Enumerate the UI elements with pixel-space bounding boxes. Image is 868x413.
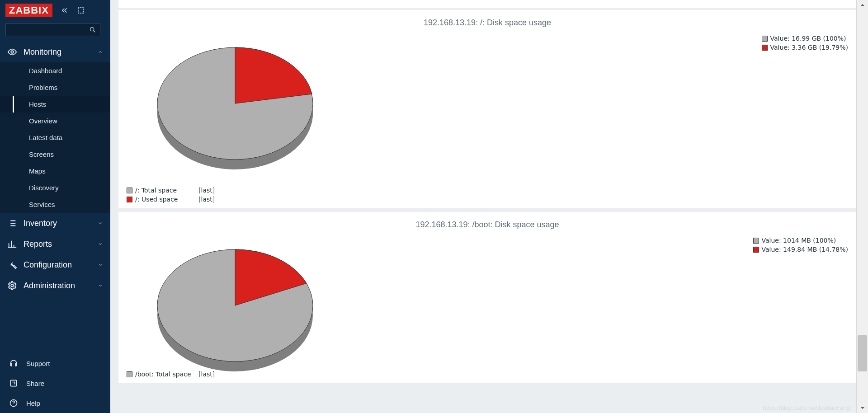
nav-section-administration[interactable]: Administration bbox=[0, 275, 110, 296]
graph-panel: 192.168.13.19: /boot: Disk space usage V… bbox=[118, 212, 856, 383]
legend-swatch bbox=[753, 238, 759, 244]
vertical-scrollbar[interactable] bbox=[856, 0, 868, 413]
legend-item-agg: [last] bbox=[198, 186, 215, 195]
nav-item-problems[interactable]: Problems bbox=[0, 79, 110, 96]
search-icon[interactable] bbox=[89, 26, 96, 33]
bar-chart-icon bbox=[7, 239, 17, 249]
sidebar-footer: Support Share Help bbox=[0, 350, 110, 413]
question-icon bbox=[9, 399, 18, 408]
legend-item-name: /: Used space bbox=[135, 195, 198, 204]
gear-icon bbox=[7, 281, 17, 291]
legend-swatch bbox=[127, 197, 132, 202]
legend-value-text: Value: 1014 MB (100%) bbox=[762, 236, 836, 245]
eye-icon bbox=[7, 47, 17, 57]
search-input[interactable] bbox=[9, 27, 89, 33]
legend-swatch bbox=[127, 188, 132, 193]
nav-section-label: Configuration bbox=[24, 260, 72, 270]
legend-item-agg: [last] bbox=[198, 195, 215, 204]
fullscreen-icon[interactable] bbox=[77, 6, 85, 14]
nav-item-screens[interactable]: Screens bbox=[0, 146, 110, 163]
chevron-down-icon bbox=[98, 262, 103, 268]
brand-logo[interactable]: ZABBIX bbox=[5, 4, 52, 17]
scroll-track[interactable] bbox=[857, 10, 868, 403]
sidebar-header: ZABBIX bbox=[0, 0, 110, 21]
footer-share[interactable]: Share bbox=[0, 373, 110, 393]
graph-panel: 192.168.13.19: /: Disk space usage Value… bbox=[118, 10, 856, 208]
wrench-icon bbox=[7, 260, 17, 270]
chevron-down-icon bbox=[98, 283, 103, 288]
graph-panels: 192.168.13.19: /: Disk space usage Value… bbox=[110, 10, 856, 383]
nav-section-configuration[interactable]: Configuration bbox=[0, 254, 110, 275]
value-legend: Value: 1014 MB (100%) Value: 149.84 MB (… bbox=[753, 236, 849, 254]
collapse-icon[interactable] bbox=[61, 6, 69, 14]
toolbar-strip bbox=[118, 0, 856, 8]
legend-value-text: Value: 149.84 MB (14.78%) bbox=[762, 245, 849, 254]
scroll-down-arrow[interactable] bbox=[857, 403, 868, 413]
graph-title: 192.168.13.19: /: Disk space usage bbox=[127, 15, 848, 32]
nav-item-discovery[interactable]: Discovery bbox=[0, 179, 110, 196]
nav-section-label: Reports bbox=[24, 239, 52, 249]
nav-sub-monitoring: Dashboard Problems Hosts Overview Latest… bbox=[0, 62, 110, 213]
nav-item-dashboard[interactable]: Dashboard bbox=[0, 62, 110, 79]
legend-swatch bbox=[127, 371, 132, 377]
legend-swatch bbox=[762, 45, 768, 51]
legend-value-text: Value: 16.99 GB (100%) bbox=[770, 34, 846, 43]
footer-label: Help bbox=[26, 399, 40, 407]
chevron-down-icon bbox=[98, 241, 103, 247]
pie-chart bbox=[154, 239, 316, 375]
svg-rect-0 bbox=[78, 8, 84, 13]
search-wrap bbox=[0, 21, 110, 42]
chevron-down-icon bbox=[98, 221, 103, 226]
footer-support[interactable]: Support bbox=[0, 353, 110, 373]
svg-rect-4 bbox=[10, 380, 16, 386]
nav-section-label: Monitoring bbox=[24, 47, 61, 57]
footer-label: Support bbox=[26, 360, 50, 367]
svg-point-1 bbox=[90, 28, 94, 31]
legend-swatch bbox=[762, 36, 768, 42]
value-legend: Value: 16.99 GB (100%) Value: 3.36 GB (1… bbox=[762, 34, 848, 52]
search-box[interactable] bbox=[5, 23, 100, 36]
footer-label: Share bbox=[26, 380, 44, 387]
nav-item-services[interactable]: Services bbox=[0, 196, 110, 213]
nav-item-maps[interactable]: Maps bbox=[0, 163, 110, 179]
nav-section-label: Administration bbox=[24, 281, 75, 291]
svg-point-3 bbox=[11, 284, 14, 287]
legend-item-name: /: Total space bbox=[135, 186, 198, 195]
nav-item-latest-data[interactable]: Latest data bbox=[0, 129, 110, 146]
sidebar: ZABBIX Monitoring Dashboard Problems Hos… bbox=[0, 0, 110, 413]
scroll-thumb[interactable] bbox=[858, 335, 867, 371]
nav-section-label: Inventory bbox=[24, 219, 57, 228]
chevron-up-icon bbox=[98, 49, 103, 55]
share-icon bbox=[9, 379, 18, 388]
graph-title: 192.168.13.19: /boot: Disk space usage bbox=[127, 217, 848, 234]
legend-value-text: Value: 3.36 GB (19.79%) bbox=[770, 43, 848, 52]
scroll-up-arrow[interactable] bbox=[857, 0, 868, 10]
list-icon bbox=[7, 218, 17, 228]
legend-swatch bbox=[753, 247, 759, 253]
headset-icon bbox=[9, 359, 18, 368]
nav-item-hosts[interactable]: Hosts bbox=[0, 96, 110, 113]
nav-section-monitoring[interactable]: Monitoring bbox=[0, 42, 110, 62]
nav-section-inventory[interactable]: Inventory bbox=[0, 213, 110, 234]
watermark: https://blog.csdn.net/JoebaoFang bbox=[763, 404, 850, 411]
nav-item-overview[interactable]: Overview bbox=[0, 113, 110, 129]
svg-point-2 bbox=[11, 51, 14, 53]
bottom-legend: /: Total space[last] /: Used space[last] bbox=[127, 186, 848, 204]
nav: Monitoring Dashboard Problems Hosts Over… bbox=[0, 42, 110, 350]
nav-section-reports[interactable]: Reports bbox=[0, 234, 110, 254]
footer-help[interactable]: Help bbox=[0, 393, 110, 413]
pie-chart bbox=[154, 38, 316, 173]
main-content: 192.168.13.19: /: Disk space usage Value… bbox=[110, 0, 856, 413]
